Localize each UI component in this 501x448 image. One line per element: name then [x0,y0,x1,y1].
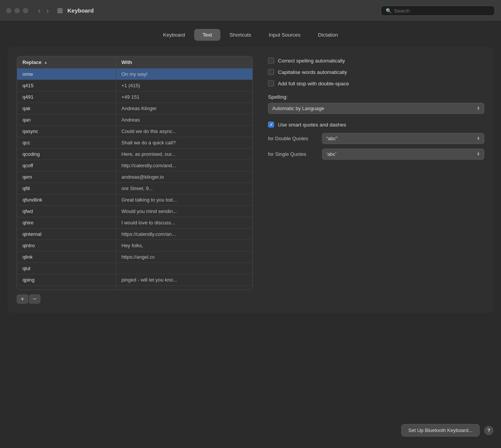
table-row[interactable]: qhireI would love to discuss... [17,217,252,229]
main-content: Keyboard Text Shortcuts Input Sources Di… [0,21,501,320]
table-footer: + − [17,294,253,304]
smart-quotes-checkbox[interactable] [268,122,274,128]
titlebar: ‹ › ⊞ Keyboard 🔍 [0,0,501,21]
table-row[interactable]: qanAndreas [17,114,252,126]
search-icon: 🔍 [386,8,392,13]
cell-with: Here, as promised, our... [116,149,252,160]
tab-input-sources[interactable]: Input Sources [260,29,309,41]
tabs-row: Keyboard Text Shortcuts Input Sources Di… [8,29,493,41]
cell-replace: qan [17,114,116,125]
table-body: omwOn my way!q415+1 (415)q491+49 151qakA… [17,69,252,290]
cell-with: Would you mind sendin... [116,206,252,217]
tab-keyboard[interactable]: Keyboard [155,29,193,41]
table-row[interactable]: qccShall we do a quick call? [17,137,252,149]
correct-spelling-row: Correct spelling automatically [268,58,484,64]
add-button[interactable]: + [17,294,28,304]
cell-replace: omw [17,69,116,80]
cell-with: Andreas Klinger [116,103,252,114]
bottom-bar: Set Up Bluetooth Keyboard... ? [401,424,493,437]
single-quotes-dropdown[interactable]: ‘abc’ ⬍ [322,149,484,160]
table-row[interactable]: qporthttps://airtable.com/shr [17,286,252,290]
double-quotes-arrows-icon: ⬍ [477,136,480,141]
single-quotes-row: for Single Quotes ‘abc’ ⬍ [268,149,484,160]
back-button[interactable]: ‹ [36,6,43,15]
col-replace-header: Replace ▲ [17,56,116,68]
cell-replace: qcc [17,137,116,148]
capitalise-words-row: Capitalise words automatically [268,69,484,75]
add-full-stop-checkbox[interactable] [268,80,274,86]
table-row[interactable]: omwOn my way! [17,69,252,80]
spelling-label: Spelling: [268,94,484,100]
table-row[interactable]: qakAndreas Klinger [17,103,252,114]
table-row[interactable]: qcodingHere, as promised, our... [17,149,252,160]
correct-spelling-label: Correct spelling automatically [278,58,345,64]
cell-replace: qak [17,103,116,114]
table-row[interactable]: qcoffhttp://calendly.com/and... [17,160,252,171]
window-title: Keyboard [67,7,94,14]
cell-replace: qcoding [17,149,116,160]
cell-with: I would love to discuss... [116,217,252,228]
tab-text[interactable]: Text [194,29,220,41]
table-row[interactable]: qlut [17,263,252,274]
cell-replace: qlut [17,263,116,274]
cell-with: https://calendly.com/an... [116,229,252,240]
single-quotes-arrows-icon: ⬍ [477,152,480,157]
table-row[interactable]: qasyncCould we do this async... [17,126,252,137]
table-row[interactable]: qfundlinkGreat talking to you tod... [17,194,252,206]
capitalise-words-checkbox[interactable] [268,69,274,75]
add-full-stop-row: Add full stop with double-space [268,80,484,86]
table-row[interactable]: q415+1 (415) [17,80,252,91]
table-section: Replace ▲ With omwOn my way!q415+1 (415)… [17,56,253,304]
remove-button[interactable]: − [29,294,40,304]
table-header: Replace ▲ With [17,56,252,69]
cell-with: pinged - will let you kno... [116,274,252,285]
quotes-section: for Double Quotes “abc” ⬍ for Single Quo… [268,133,484,160]
cell-replace: qem [17,171,116,182]
spelling-dropdown[interactable]: Automatic by Language ⬍ [268,103,484,114]
tab-dictation[interactable]: Dictation [310,29,346,41]
cell-with: Shall we do a quick call? [116,137,252,148]
cell-replace: qfwd [17,206,116,217]
table-row[interactable]: qpingpinged - will let you kno... [17,274,252,286]
table-row[interactable]: qlinkhttps://angel.cc [17,251,252,263]
sort-arrow-icon: ▲ [44,60,48,64]
search-input[interactable] [394,8,490,13]
double-quotes-label: for Double Quotes [268,136,318,141]
cell-replace: qfill [17,183,116,194]
smart-quotes-row: Use smart quotes and dashes [268,122,484,128]
cell-replace: qfundlink [17,194,116,205]
cell-with: +49 151 [116,91,252,102]
cell-replace: qlink [17,251,116,262]
table-row[interactable]: q491+49 151 [17,91,252,103]
bluetooth-button[interactable]: Set Up Bluetooth Keyboard... [401,424,480,437]
tab-shortcuts[interactable]: Shortcuts [221,29,260,41]
table-row[interactable]: qinternalhttps://calendly.com/an... [17,229,252,240]
cell-replace: qport [17,286,116,290]
help-button[interactable]: ? [484,426,493,435]
table-row[interactable]: qfwdWould you mind sendin... [17,206,252,217]
cell-with [116,263,252,274]
cell-with: On my way! [116,69,252,80]
maximize-button[interactable] [23,8,28,13]
cell-with: andreas@klinger.io [116,171,252,182]
panel: Replace ▲ With omwOn my way!q415+1 (415)… [8,47,493,313]
smart-quotes-label: Use smart quotes and dashes [278,122,346,128]
table-row[interactable]: qintroHey folks, [17,240,252,251]
cell-replace: qintro [17,240,116,251]
close-button[interactable] [6,8,11,13]
settings-section: Correct spelling automatically Capitalis… [268,56,484,304]
correct-spelling-checkbox[interactable] [268,58,274,64]
cell-with: Andreas [116,114,252,125]
cell-with: Great talking to you tod... [116,194,252,205]
minimize-button[interactable] [14,8,20,13]
cell-replace: qinternal [17,229,116,240]
cell-replace: q491 [17,91,116,102]
traffic-lights [6,8,28,13]
table-row[interactable]: qfillore Street, 9... [17,183,252,194]
search-bar[interactable]: 🔍 [381,5,495,16]
spelling-dropdown-value: Automatic by Language [272,106,324,111]
forward-button[interactable]: › [44,6,51,15]
double-quotes-dropdown[interactable]: “abc” ⬍ [322,133,484,144]
table-row[interactable]: qemandreas@klinger.io [17,171,252,183]
cell-with: Could we do this async... [116,126,252,137]
